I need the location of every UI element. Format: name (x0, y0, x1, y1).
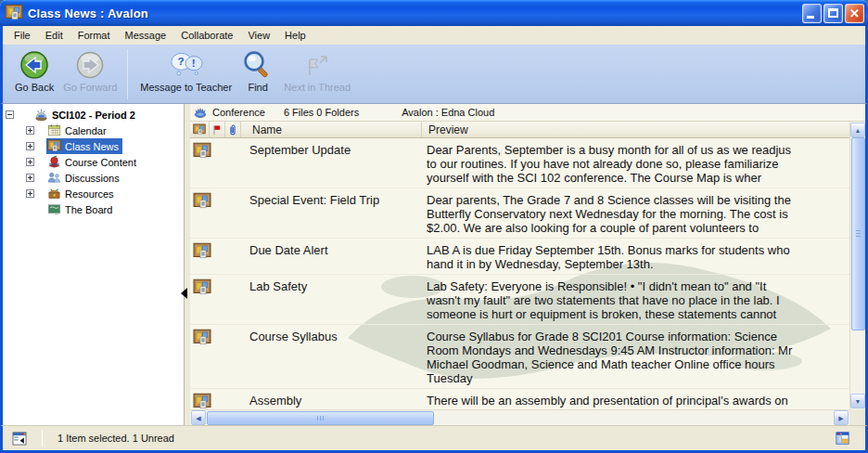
magnifier-icon (241, 49, 274, 81)
bulletin-board-icon (193, 242, 211, 261)
menu-edit[interactable]: Edit (38, 28, 70, 43)
find-button[interactable]: Find (236, 48, 279, 94)
menu-help[interactable]: Help (277, 28, 313, 43)
toolbar: Go Back Go Forward Message to Teacher Fi… (0, 45, 868, 104)
go-forward-button: Go Forward (58, 48, 121, 94)
expand-expander[interactable] (26, 158, 34, 166)
bulletin-board-icon (193, 329, 211, 347)
tree-item-class-news[interactable]: Class News (6, 138, 184, 154)
message-to-teacher-button[interactable]: Message to Teacher (135, 48, 236, 94)
column-header-row: Name Preview (190, 122, 849, 138)
scroll-right-arrow-icon[interactable]: ▶ (834, 410, 849, 425)
tree-item-the-board[interactable]: The Board (6, 201, 184, 217)
forward-arrow-icon (73, 49, 107, 81)
dome-icon (34, 108, 48, 122)
item-preview: LAB A is due Friday September 15th. Bonu… (419, 240, 849, 271)
horizontal-scrollbar[interactable]: ◀ ▶ (190, 409, 849, 425)
column-header-name[interactable]: Name (241, 122, 422, 137)
conference-infobar: Conference 6 Files 0 Folders Avalon : Ed… (190, 104, 865, 122)
scroll-down-arrow-icon[interactable]: ▼ (850, 394, 865, 408)
item-preview: There will be an assembly and presentati… (419, 391, 849, 409)
bulletin-board-icon (193, 278, 211, 297)
item-preview: Course Syllabus for Grade 8 SCI201 Cours… (419, 327, 849, 385)
news-item-row[interactable]: Course Syllabus Course Syllabus for Grad… (190, 325, 849, 389)
maximize-icon (828, 8, 838, 18)
expand-expander[interactable] (26, 174, 34, 182)
window-title: Class News : Avalon (28, 6, 148, 20)
menu-collaborate[interactable]: Collaborate (173, 28, 240, 43)
go-back-button[interactable]: Go Back (10, 48, 58, 94)
menu-view[interactable]: View (240, 28, 277, 43)
conference-pane: Conference 6 Files 0 Folders Avalon : Ed… (190, 104, 865, 425)
green-board-icon (47, 202, 61, 216)
next-in-thread-button: Next in Thread (279, 48, 355, 94)
scroll-left-arrow-icon[interactable]: ◀ (191, 410, 206, 425)
item-name: Lab Safety (238, 277, 419, 321)
minimize-icon (807, 16, 814, 19)
item-name: Assembly (238, 391, 419, 409)
selected-tree-item: Class News (46, 138, 122, 154)
tree-item-calendar[interactable]: Calendar (6, 123, 184, 138)
item-preview: Lab Safety: Everyone is Responsible! • "… (419, 277, 849, 321)
news-item-row[interactable]: September Update Dear Parents, September… (190, 138, 849, 188)
statusbar: 1 Item selected. 1 Unread (0, 425, 868, 450)
maximize-button[interactable] (823, 4, 843, 23)
back-arrow-icon (18, 49, 51, 81)
chest-icon (47, 187, 61, 201)
item-preview: Dear Parents, September is a busy month … (419, 140, 849, 185)
minimize-button[interactable] (802, 4, 822, 23)
item-name: Due Date Alert (238, 240, 419, 271)
thought-bubble-icon (170, 49, 203, 81)
tree-root-sci102[interactable]: SCI102 - Period 2 (6, 107, 184, 123)
horizontal-scroll-thumb[interactable] (207, 411, 434, 425)
news-item-row[interactable]: Lab Safety Lab Safety: Everyone is Respo… (190, 275, 849, 325)
item-name: Course Syllabus (238, 327, 419, 385)
people-discussion-icon (47, 171, 61, 185)
conference-icon (194, 106, 207, 119)
folder-tree: SCI102 - Period 2 Calendar Class News (3, 104, 185, 425)
conference-counts: 6 Files 0 Folders (284, 107, 359, 118)
news-item-row[interactable]: Due Date Alert LAB A is due Friday Septe… (190, 239, 849, 275)
message-list: September Update Dear Parents, September… (190, 138, 849, 409)
column-header-item-icon[interactable] (190, 122, 210, 137)
tree-item-discussions[interactable]: Discussions (6, 170, 184, 186)
menubar: File Edit Format Message Collaborate Vie… (0, 26, 868, 45)
expand-expander[interactable] (26, 126, 34, 135)
status-separator (42, 430, 43, 447)
app-window: Class News : Avalon ✕ File Edit Format M… (0, 0, 868, 453)
titlebar[interactable]: Class News : Avalon ✕ (0, 0, 868, 26)
menu-message[interactable]: Message (118, 28, 174, 43)
expand-expander[interactable] (26, 189, 34, 198)
item-icon (193, 123, 206, 136)
close-button[interactable]: ✕ (845, 4, 864, 23)
menu-format[interactable]: Format (70, 28, 118, 43)
status-text: 1 Item selected. 1 Unread (57, 433, 174, 444)
close-icon: ✕ (846, 5, 863, 22)
paperclip-icon (226, 123, 239, 136)
thread-flag-icon (300, 49, 334, 81)
expand-expander[interactable] (26, 142, 34, 150)
bulletin-board-icon (193, 142, 211, 161)
column-header-preview[interactable]: Preview (422, 122, 849, 137)
news-item-row[interactable]: Special Event: Field Trip Dear parents, … (190, 188, 849, 239)
vertical-scrollbar[interactable]: ▲ ▼ (849, 122, 865, 409)
column-header-flag[interactable] (210, 122, 225, 137)
layout-icon[interactable] (835, 431, 850, 446)
column-header-attachment[interactable] (225, 122, 241, 137)
news-item-row[interactable]: Assembly There will be an assembly and p… (190, 389, 849, 409)
bulletin-board-icon (193, 192, 211, 211)
apple-books-icon (47, 155, 61, 169)
flag-icon (211, 123, 223, 136)
vertical-scroll-thumb[interactable] (851, 137, 865, 330)
item-name: Special Event: Field Trip (238, 190, 419, 235)
pane-toggle-icon[interactable] (10, 431, 29, 447)
tree-item-resources[interactable]: Resources (6, 186, 184, 201)
menu-file[interactable]: File (6, 28, 38, 43)
item-preview: Dear parents, The Grade 7 and 8 Science … (419, 190, 849, 235)
tree-item-course-content[interactable]: Course Content (6, 154, 184, 170)
collapse-pane-arrow-icon[interactable] (181, 288, 187, 299)
collapse-expander[interactable] (6, 110, 14, 119)
conference-kind: Conference (212, 107, 265, 118)
item-name: September Update (238, 140, 419, 185)
scroll-up-arrow-icon[interactable]: ▲ (850, 123, 865, 137)
